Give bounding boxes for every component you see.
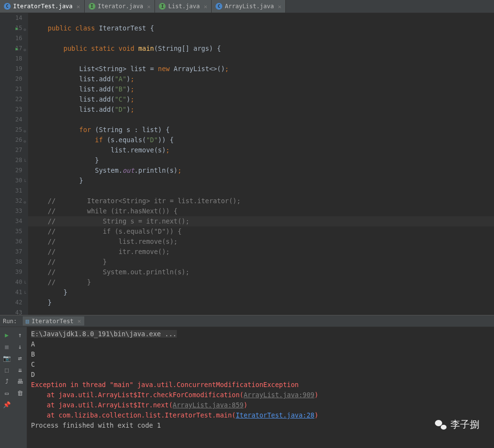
gutter-line[interactable]: 25⊖ bbox=[0, 125, 22, 135]
gutter-line[interactable]: 41└ bbox=[0, 287, 22, 298]
code-line[interactable]: // itr.remove(); bbox=[32, 247, 494, 257]
close-icon[interactable]: × bbox=[77, 317, 81, 325]
close-icon[interactable]: × bbox=[278, 3, 281, 10]
gutter-line[interactable]: 37 bbox=[0, 247, 22, 257]
gutter-line[interactable]: 42 bbox=[0, 298, 22, 308]
gutter-line[interactable]: ▶15⊖ bbox=[0, 23, 22, 33]
tab[interactable]: IList.java× bbox=[155, 0, 212, 13]
run-gutter-icon[interactable]: ▶ bbox=[15, 44, 18, 54]
code-line[interactable] bbox=[32, 54, 494, 64]
console-line: A bbox=[31, 339, 490, 349]
code-line[interactable] bbox=[32, 115, 494, 125]
code-line[interactable]: // String s = itr.next(); bbox=[28, 216, 494, 226]
gutter-line[interactable]: 30└ bbox=[0, 176, 22, 186]
gutter-line[interactable]: 23 bbox=[0, 105, 22, 115]
gutter-line[interactable]: 21 bbox=[0, 84, 22, 94]
code-area[interactable]: public class IteratorTest { public stati… bbox=[28, 13, 494, 315]
run-icon[interactable]: ▶ bbox=[3, 331, 11, 339]
console-output[interactable]: E:\Java\jdk1.8.0_191\bin\java.exe ...ABC… bbox=[27, 327, 494, 448]
fold-icon[interactable]: ⊖ bbox=[24, 197, 26, 208]
gutter-line[interactable]: 27 bbox=[0, 145, 22, 155]
code-line[interactable]: // } bbox=[32, 257, 494, 267]
run-gutter-icon[interactable]: ▶ bbox=[15, 23, 18, 33]
close-icon[interactable]: × bbox=[77, 3, 80, 10]
gutter-line[interactable]: 28└ bbox=[0, 155, 22, 165]
close-icon[interactable]: × bbox=[203, 3, 207, 10]
code-line[interactable]: List<String> list = new ArrayList<>(); bbox=[32, 64, 494, 74]
code-line[interactable]: } bbox=[32, 287, 494, 298]
up-icon[interactable]: ↑ bbox=[16, 331, 24, 339]
code-line[interactable]: list.add("D"); bbox=[32, 105, 494, 115]
layout-icon[interactable]: ▭ bbox=[3, 389, 11, 397]
code-line[interactable] bbox=[32, 308, 494, 318]
gutter-line[interactable]: 33 bbox=[0, 206, 22, 216]
tab[interactable]: CIteratorTest.java× bbox=[0, 0, 85, 13]
stacktrace-link[interactable]: IteratorTest.java:28 bbox=[236, 411, 315, 419]
code-line[interactable]: } bbox=[32, 176, 494, 186]
stacktrace-link[interactable]: ArrayList.java:859 bbox=[173, 401, 244, 409]
gutter-line[interactable]: 34 bbox=[0, 216, 22, 226]
scroll-icon[interactable]: ⇊ bbox=[16, 366, 24, 373]
gutter-line[interactable]: 22 bbox=[0, 94, 22, 105]
fold-icon[interactable]: ⊖ bbox=[24, 45, 26, 55]
code-line[interactable]: if (s.equals("D")) { bbox=[32, 135, 494, 145]
debug-icon[interactable]: ⬚ bbox=[3, 366, 11, 373]
editor-tabs: CIteratorTest.java×IIterator.java×IList.… bbox=[0, 0, 494, 13]
gutter-line[interactable]: 35 bbox=[0, 226, 22, 237]
code-line[interactable]: // Iterator<String> itr = list.iterator(… bbox=[32, 196, 494, 206]
code-line[interactable] bbox=[32, 33, 494, 44]
gutter-line[interactable]: 18 bbox=[0, 54, 22, 64]
code-line[interactable]: // if (s.equals("D")) { bbox=[32, 226, 494, 237]
gutter-line[interactable]: 19 bbox=[0, 64, 22, 74]
fold-icon[interactable]: ⊖ bbox=[24, 136, 26, 147]
gutter-line[interactable]: 32⊖ bbox=[0, 196, 22, 206]
gutter-line[interactable]: 14 bbox=[0, 13, 22, 23]
code-line[interactable]: public class IteratorTest { bbox=[32, 23, 494, 33]
down-icon[interactable]: ↓ bbox=[16, 343, 24, 350]
trash-icon[interactable]: 🗑 bbox=[16, 389, 24, 397]
tab[interactable]: CArrayList.java× bbox=[212, 0, 286, 13]
code-line[interactable]: // list.remove(s); bbox=[32, 237, 494, 247]
stop-icon[interactable]: ■ bbox=[3, 343, 11, 350]
code-line[interactable] bbox=[32, 186, 494, 196]
code-line[interactable]: } bbox=[32, 298, 494, 308]
close-icon[interactable]: × bbox=[147, 3, 151, 10]
wrap-icon[interactable]: ⇄ bbox=[16, 354, 24, 362]
gutter-line[interactable]: ▶17⊖ bbox=[0, 44, 22, 54]
pin-icon[interactable]: 📌 bbox=[3, 401, 11, 408]
code-line[interactable]: list.add("B"); bbox=[32, 84, 494, 94]
console-line: C bbox=[31, 359, 490, 370]
gutter-line[interactable]: 29 bbox=[0, 165, 22, 176]
code-line[interactable]: public static void main(String[] args) { bbox=[32, 44, 494, 54]
code-line[interactable]: list.add("A"); bbox=[32, 74, 494, 84]
console-line: at java.util.ArrayList$Itr.next(ArrayLis… bbox=[31, 400, 490, 410]
print-icon[interactable]: 🖶 bbox=[16, 377, 24, 385]
code-line[interactable]: System.out.println(s); bbox=[32, 165, 494, 176]
gutter-line[interactable]: 31 bbox=[0, 186, 22, 196]
code-line[interactable]: // while (itr.hasNext()) { bbox=[32, 206, 494, 216]
fold-end-icon: └ bbox=[24, 177, 26, 187]
gutter-line[interactable]: 24 bbox=[0, 115, 22, 125]
gutter-line[interactable]: 43 bbox=[0, 308, 22, 318]
exit-icon[interactable]: ⤴ bbox=[3, 377, 11, 385]
gutter-line[interactable]: 38 bbox=[0, 257, 22, 267]
code-line[interactable]: list.remove(s); bbox=[32, 145, 494, 155]
tab[interactable]: IIterator.java× bbox=[85, 0, 155, 13]
code-line[interactable]: } bbox=[32, 155, 494, 165]
stacktrace-link[interactable]: ArrayList.java:909 bbox=[244, 391, 314, 399]
code-line[interactable]: // } bbox=[32, 277, 494, 287]
code-line[interactable]: for (String s : list) { bbox=[32, 125, 494, 135]
code-line[interactable]: list.add("C"); bbox=[32, 94, 494, 105]
fold-icon[interactable]: ⊖ bbox=[24, 126, 26, 136]
gutter-line[interactable]: 40└ bbox=[0, 277, 22, 287]
code-line[interactable] bbox=[32, 13, 494, 23]
gutter-line[interactable]: 39 bbox=[0, 267, 22, 277]
gutter-line[interactable]: 26⊖ bbox=[0, 135, 22, 145]
gutter-line[interactable]: 36 bbox=[0, 237, 22, 247]
camera-icon[interactable]: 📷 bbox=[3, 354, 11, 362]
code-line[interactable]: // System.out.println(s); bbox=[32, 267, 494, 277]
gutter-line[interactable]: 16 bbox=[0, 33, 22, 44]
fold-icon[interactable]: ⊖ bbox=[24, 25, 26, 35]
gutter-line[interactable]: 20 bbox=[0, 74, 22, 84]
console-line: at java.util.ArrayList$Itr.checkForComod… bbox=[31, 390, 490, 400]
